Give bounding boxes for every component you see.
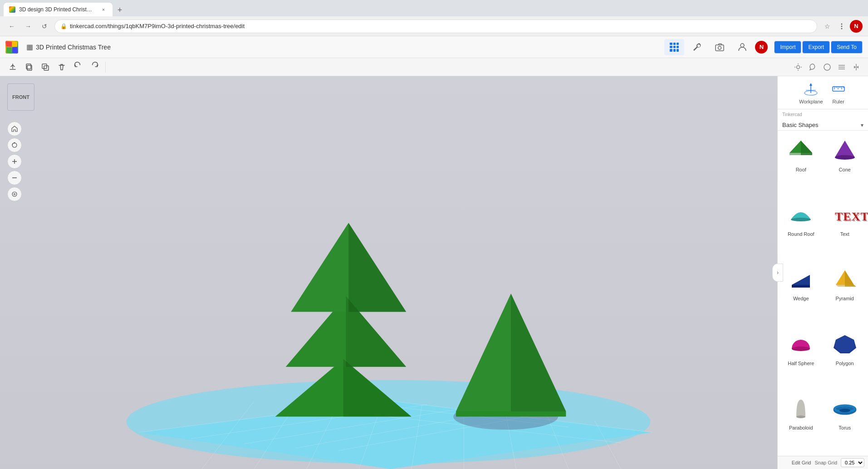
undo-btn[interactable] bbox=[71, 60, 85, 74]
wedge-label: Wedge bbox=[793, 296, 809, 301]
shape-item-roof[interactable]: Roof bbox=[780, 132, 823, 196]
shape-item-paraboloid[interactable]: Paraboloid bbox=[780, 391, 823, 454]
camera-btn[interactable] bbox=[710, 39, 730, 55]
scene-svg bbox=[0, 76, 777, 469]
redo-btn[interactable] bbox=[87, 60, 102, 74]
grid-view-icon bbox=[668, 41, 681, 54]
export-btn[interactable]: Export bbox=[802, 41, 830, 54]
person-icon bbox=[736, 41, 749, 54]
tab-title: 3D design 3D Printed Christmas bbox=[19, 6, 96, 13]
star-btn[interactable]: ☆ bbox=[821, 20, 834, 33]
duplicate-toolbar-btn[interactable] bbox=[38, 60, 53, 74]
svg-marker-58 bbox=[511, 293, 566, 411]
torus-label: Torus bbox=[839, 425, 851, 430]
svg-marker-21 bbox=[857, 66, 858, 68]
ruler-label: Ruler bbox=[833, 99, 844, 104]
toolbar-sep bbox=[105, 62, 106, 73]
export-toolbar-btn[interactable] bbox=[5, 60, 20, 74]
mirror-icon-btn[interactable] bbox=[850, 61, 863, 73]
camera-icon bbox=[713, 41, 726, 54]
text-label: Text bbox=[840, 231, 849, 237]
speech-icon-btn[interactable] bbox=[806, 61, 819, 73]
lock-icon: 🔒 bbox=[60, 23, 67, 29]
light-icon-btn[interactable] bbox=[792, 61, 804, 73]
svg-point-76 bbox=[791, 218, 811, 221]
import-btn[interactable]: Import bbox=[774, 41, 801, 54]
cone-shape-icon bbox=[830, 136, 859, 165]
roof-label: Roof bbox=[796, 167, 806, 172]
copy-toolbar-btn[interactable] bbox=[22, 60, 36, 74]
ruler-icon bbox=[830, 81, 847, 97]
shape-item-cone[interactable]: Cone bbox=[824, 132, 867, 196]
edit-grid-label[interactable]: Edit Grid bbox=[792, 460, 811, 465]
pyramid-label: Pyramid bbox=[836, 296, 854, 301]
canvas-area[interactable]: FRONT bbox=[0, 76, 777, 469]
svg-marker-83 bbox=[845, 270, 856, 287]
svg-point-88 bbox=[796, 415, 805, 418]
round-roof-label: Round Roof bbox=[788, 231, 814, 237]
pyramid-shape-icon bbox=[830, 265, 859, 294]
grid-view-btn[interactable] bbox=[664, 39, 684, 55]
svg-marker-20 bbox=[854, 66, 856, 68]
align-icon-btn[interactable] bbox=[835, 61, 848, 73]
address-bar[interactable]: 🔒 tinkercad.com/things/1qbKM7P9imO-3d-pr… bbox=[54, 20, 817, 33]
browser-toolbar: ← → ↺ 🔒 tinkercad.com/things/1qbKM7P9imO… bbox=[0, 16, 868, 36]
svg-rect-8 bbox=[42, 64, 47, 68]
shape-item-torus[interactable]: Torus bbox=[824, 391, 867, 454]
refresh-btn[interactable]: ↺ bbox=[38, 20, 51, 33]
tools-btn[interactable] bbox=[687, 39, 707, 55]
back-btn[interactable]: ← bbox=[5, 20, 18, 33]
shape-item-half-sphere[interactable]: Half Sphere bbox=[780, 326, 823, 390]
forward-btn[interactable]: → bbox=[22, 20, 34, 33]
svg-point-2 bbox=[841, 28, 843, 29]
svg-point-1 bbox=[841, 25, 843, 27]
ruler-tool[interactable]: Ruler bbox=[830, 81, 847, 104]
tab-close-btn[interactable]: × bbox=[100, 6, 107, 13]
circle-icon-btn[interactable] bbox=[821, 61, 834, 73]
app-title-btn[interactable]: ▦ 3D Printed Christmas Tree bbox=[23, 41, 114, 53]
shape-item-text[interactable]: TEXT TEXT Text bbox=[824, 197, 867, 260]
shapes-grid: Roof Cone bbox=[778, 131, 868, 456]
shape-item-round-roof[interactable]: Round Roof bbox=[780, 197, 823, 260]
delete-toolbar-btn[interactable] bbox=[54, 60, 69, 74]
browser-frame: 3D design 3D Printed Christmas × + ← → ↺… bbox=[0, 0, 868, 469]
svg-marker-84 bbox=[836, 285, 856, 287]
svg-point-85 bbox=[792, 347, 810, 351]
grid-icon: ▦ bbox=[26, 43, 33, 51]
shape-item-polygon[interactable]: Polygon bbox=[824, 326, 867, 390]
app-title: 3D Printed Christmas Tree bbox=[36, 44, 111, 51]
snap-grid-select[interactable]: 0.25 0.1 0.5 1.0 2.0 bbox=[841, 458, 864, 467]
shape-item-wedge[interactable]: Wedge bbox=[780, 261, 823, 325]
shape-item-pyramid[interactable]: Pyramid bbox=[824, 261, 867, 325]
send-to-btn[interactable]: Send To bbox=[831, 41, 863, 54]
chevron-down-icon[interactable]: ▾ bbox=[861, 122, 863, 128]
svg-point-5 bbox=[740, 44, 744, 47]
new-tab-btn[interactable]: + bbox=[113, 4, 126, 16]
wedge-shape-icon bbox=[786, 265, 815, 294]
category-title[interactable]: Basic Shapes ▾ bbox=[778, 120, 868, 131]
svg-point-92 bbox=[839, 409, 850, 412]
app-header: ▦ 3D Printed Christmas Tree bbox=[0, 36, 868, 58]
panel-category-header: Tinkercad bbox=[778, 109, 868, 120]
browser-tabs: 3D design 3D Printed Christmas × + bbox=[0, 0, 868, 16]
account-btn[interactable] bbox=[732, 39, 752, 55]
svg-text:TEXT: TEXT bbox=[836, 211, 868, 224]
svg-rect-9 bbox=[44, 66, 49, 70]
paraboloid-shape-icon bbox=[786, 394, 815, 423]
workspace: FRONT bbox=[0, 76, 868, 469]
tinkercad-label: Tinkercad bbox=[782, 112, 802, 117]
menu-btn[interactable] bbox=[835, 20, 848, 33]
right-panel: › Workplane bbox=[777, 76, 868, 469]
snap-grid-label: Snap Grid bbox=[814, 460, 837, 465]
profile-btn[interactable]: N bbox=[850, 20, 863, 33]
cone-label: Cone bbox=[839, 167, 851, 172]
svg-point-10 bbox=[797, 65, 800, 68]
user-avatar[interactable]: N bbox=[755, 41, 768, 54]
workplane-tool[interactable]: Workplane bbox=[799, 81, 823, 104]
svg-marker-63 bbox=[809, 83, 812, 86]
panel-expand-btn[interactable]: › bbox=[772, 264, 783, 282]
svg-marker-80 bbox=[792, 285, 810, 288]
svg-marker-54 bbox=[348, 223, 406, 312]
svg-rect-3 bbox=[716, 45, 724, 51]
active-tab[interactable]: 3D design 3D Printed Christmas × bbox=[4, 3, 113, 16]
